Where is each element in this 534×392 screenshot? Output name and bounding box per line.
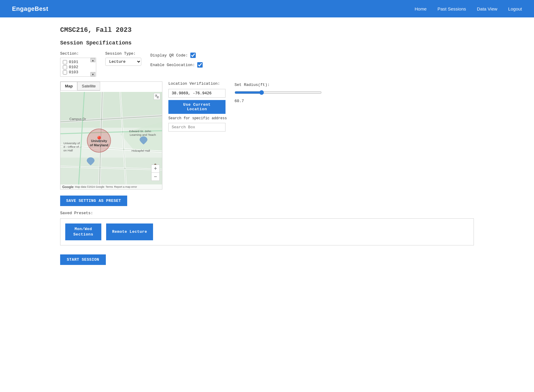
nav-past-sessions[interactable]: Past Sessions bbox=[437, 6, 466, 11]
map-container: Map Satellite bbox=[60, 81, 162, 190]
radius-label: Set Radius(ft): bbox=[235, 83, 322, 87]
section-field: Section: 0101 0102 0103 bbox=[60, 51, 96, 77]
search-address-input[interactable] bbox=[168, 123, 226, 132]
map-tab-satellite[interactable]: Satellite bbox=[77, 82, 100, 90]
navbar: EngageBest Home Past Sessions Data View … bbox=[0, 0, 534, 17]
map-location-container: Map Satellite bbox=[60, 81, 474, 190]
map-marker-pin: 📍 bbox=[95, 136, 103, 144]
presets-box: Mon/WedSections Remote Lecture bbox=[60, 218, 474, 245]
navbar-brand: EngageBest bbox=[12, 5, 48, 12]
enable-geo-row: Enable Geolocation: bbox=[150, 62, 203, 68]
preset-remote-lecture-btn[interactable]: Remote Lecture bbox=[106, 223, 153, 240]
preset-mon-wed-btn[interactable]: Mon/WedSections bbox=[65, 223, 101, 240]
svg-text:on Hall: on Hall bbox=[63, 149, 73, 152]
location-coords-input[interactable] bbox=[168, 89, 226, 98]
section-item-0102[interactable]: 0102 bbox=[63, 65, 94, 69]
section-heading: Session Specifications bbox=[60, 40, 474, 46]
section-label-0103: 0103 bbox=[69, 70, 78, 74]
navbar-links: Home Past Sessions Data View Logout bbox=[415, 6, 522, 11]
svg-text:Edward St. John: Edward St. John bbox=[129, 129, 151, 133]
map-footer: Google Map data ©2024 Google Terms Repor… bbox=[60, 184, 162, 189]
search-address-label: Search for specific address bbox=[168, 116, 229, 120]
enable-geo-checkbox[interactable] bbox=[197, 62, 203, 68]
svg-text:Holzapfel Hall: Holzapfel Hall bbox=[132, 149, 150, 152]
google-logo: Google bbox=[62, 185, 74, 189]
svg-text:University of: University of bbox=[63, 141, 80, 145]
display-qr-row: Display QR Code: bbox=[150, 53, 203, 58]
svg-rect-1 bbox=[157, 97, 159, 98]
map-zoom-out-btn[interactable]: − bbox=[152, 173, 159, 181]
display-qr-checkbox[interactable] bbox=[190, 53, 196, 58]
map-zoom-in-btn[interactable]: + bbox=[152, 165, 159, 173]
map-expand-btn[interactable] bbox=[154, 93, 160, 100]
display-qr-label: Display QR Code: bbox=[150, 53, 188, 58]
section-checkbox-0102[interactable] bbox=[63, 65, 67, 69]
svg-text:Campus Dr: Campus Dr bbox=[69, 117, 86, 121]
radius-panel: Set Radius(ft): 60.7 bbox=[235, 83, 322, 103]
nav-logout[interactable]: Logout bbox=[508, 6, 522, 11]
map-zoom-btns: + − bbox=[151, 165, 160, 181]
section-item-0101[interactable]: 0101 bbox=[63, 60, 94, 64]
svg-rect-3 bbox=[60, 92, 162, 128]
section-item-0103[interactable]: 0103 bbox=[63, 70, 94, 74]
section-checkbox-0103[interactable] bbox=[63, 70, 67, 74]
location-panel: Location Verification: Use Current Locat… bbox=[168, 81, 229, 132]
map-data-text: Map data ©2024 Google bbox=[75, 185, 104, 188]
page-title: CMSC216, Fall 2023 bbox=[60, 26, 474, 34]
map-body[interactable]: Campus Dr University of d - Office of...… bbox=[60, 92, 162, 189]
session-type-field: Session Type: Lecture Lab Discussion bbox=[105, 51, 141, 66]
location-verification-label: Location Verification: bbox=[168, 81, 229, 86]
saved-presets-section: Saved Presets: Mon/WedSections Remote Le… bbox=[60, 211, 474, 245]
session-type-label: Session Type: bbox=[105, 51, 141, 56]
nav-data-view[interactable]: Data View bbox=[477, 6, 497, 11]
map-report[interactable]: Report a map error bbox=[114, 185, 137, 188]
nav-home[interactable]: Home bbox=[415, 6, 427, 11]
section-label-0101: 0101 bbox=[69, 60, 78, 64]
scroll-down-btn[interactable]: ▼ bbox=[91, 72, 95, 76]
section-box: 0101 0102 0103 ▲ ▼ bbox=[60, 58, 96, 77]
specs-row: Section: 0101 0102 0103 bbox=[60, 51, 474, 77]
svg-rect-0 bbox=[155, 95, 157, 96]
start-session-btn[interactable]: START SESSION bbox=[60, 254, 106, 265]
radius-value: 60.7 bbox=[235, 99, 322, 103]
page-content: CMSC216, Fall 2023 Session Specification… bbox=[0, 17, 534, 274]
section-label: Section: bbox=[60, 51, 96, 56]
scroll-up-btn[interactable]: ▲ bbox=[91, 58, 95, 62]
use-current-location-btn[interactable]: Use Current Location bbox=[168, 100, 226, 114]
map-tabs: Map Satellite bbox=[60, 82, 100, 91]
session-type-select[interactable]: Lecture Lab Discussion bbox=[105, 58, 141, 66]
svg-text:d - Office of...: d - Office of... bbox=[63, 145, 81, 148]
section-list: 0101 0102 0103 bbox=[63, 59, 94, 75]
radius-slider[interactable] bbox=[235, 90, 322, 95]
saved-presets-label: Saved Presets: bbox=[60, 211, 474, 215]
map-tab-map[interactable]: Map bbox=[60, 82, 77, 90]
save-preset-btn[interactable]: SAVE SETTING AS PRESET bbox=[60, 196, 127, 206]
section-checkbox-0101[interactable] bbox=[63, 60, 67, 64]
enable-geo-label: Enable Geolocation: bbox=[150, 63, 195, 67]
checkboxes-panel: Display QR Code: Enable Geolocation: bbox=[150, 53, 203, 68]
section-scrollbar: ▲ ▼ bbox=[91, 58, 95, 76]
map-terms[interactable]: Terms bbox=[106, 185, 113, 188]
radius-slider-wrap bbox=[235, 90, 322, 96]
section-label-0102: 0102 bbox=[69, 65, 78, 69]
svg-text:Learning and Teach: Learning and Teach bbox=[130, 133, 156, 136]
